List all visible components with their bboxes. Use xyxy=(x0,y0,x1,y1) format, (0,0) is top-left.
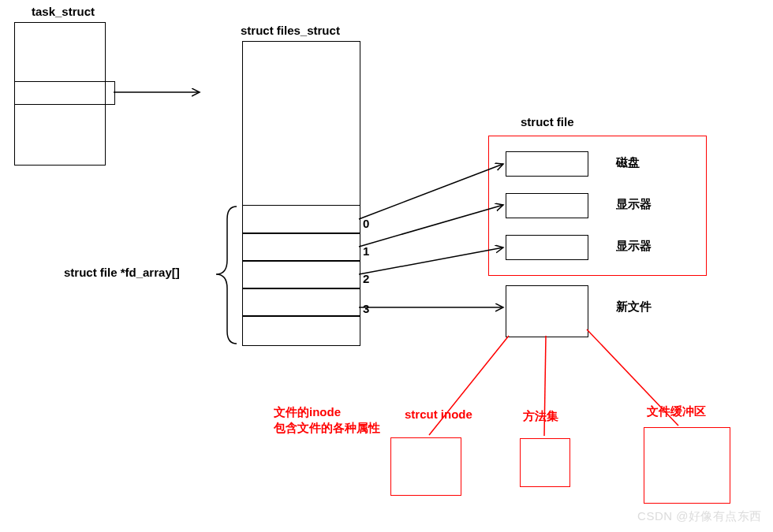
task-struct-field xyxy=(14,81,115,105)
title-files-struct: struct files_struct xyxy=(241,24,340,37)
title-struct-file: struct file xyxy=(521,115,574,128)
file-label-disk: 磁盘 xyxy=(616,155,640,170)
fd-slot-3 xyxy=(242,288,360,317)
fd-slot-0 xyxy=(242,205,360,234)
fd-index-1: 1 xyxy=(363,244,369,258)
file-label-newfile: 新文件 xyxy=(616,299,652,314)
svg-line-1 xyxy=(359,164,503,219)
file-rect-display2 xyxy=(506,235,588,260)
fd-array-label: struct file *fd_array[] xyxy=(64,266,180,279)
file-label-display1: 显示器 xyxy=(616,197,652,212)
watermark: CSDN @好像有点东西 xyxy=(637,509,762,524)
strcut-inode-label: strcut inode xyxy=(405,407,472,422)
svg-line-3 xyxy=(359,247,503,274)
file-rect-display1 xyxy=(506,193,588,218)
file-label-display2: 显示器 xyxy=(616,239,652,254)
method-set-label: 方法集 xyxy=(523,408,558,424)
file-rect-disk xyxy=(506,151,588,177)
file-rect-newfile xyxy=(506,285,588,337)
inode-box xyxy=(390,437,461,496)
fd-slot-2 xyxy=(242,260,360,289)
inode-desc-label: 文件的inode 包含文件的各种属性 xyxy=(274,404,380,435)
buffer-label: 文件缓冲区 xyxy=(647,404,706,419)
fd-slot-1 xyxy=(242,233,360,262)
fd-slot-4 xyxy=(242,315,360,346)
svg-line-2 xyxy=(359,205,503,247)
title-task-struct: task_struct xyxy=(32,5,95,18)
method-box xyxy=(520,438,570,487)
fd-index-2: 2 xyxy=(363,272,369,285)
buffer-box xyxy=(644,427,730,504)
fd-index-0: 0 xyxy=(363,217,369,230)
fd-index-3: 3 xyxy=(363,302,369,315)
